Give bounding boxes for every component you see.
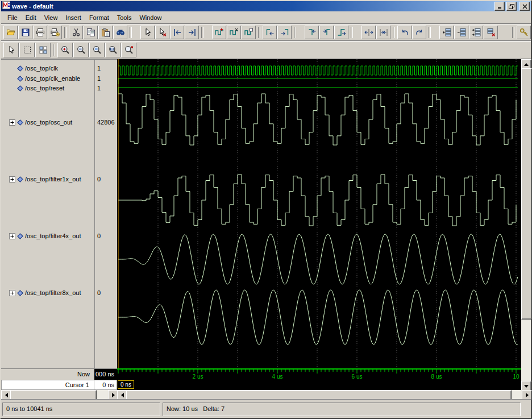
paste-button[interactable] — [98, 26, 113, 39]
pattern-button[interactable] — [35, 43, 51, 57]
undo-icon — [400, 28, 409, 37]
print-setup-button[interactable] — [48, 26, 62, 39]
menu-window[interactable]: Window — [135, 13, 165, 22]
zoom-in-button[interactable] — [57, 43, 73, 57]
names-hscrollbar[interactable] — [1, 390, 117, 399]
wave-filter8x_out — [118, 290, 518, 345]
signal-value-filter8x_out: 0 — [97, 288, 101, 297]
expand-time-icon — [364, 28, 373, 37]
signal-name: /osc_top/osc_out — [25, 119, 72, 126]
wave-clk_enable — [118, 78, 518, 84]
cut-button[interactable] — [69, 26, 83, 39]
waveform-area[interactable] — [117, 59, 521, 368]
pointer-button[interactable] — [3, 43, 19, 57]
wave-add-button[interactable] — [212, 26, 226, 39]
wave-osc_out — [118, 94, 516, 145]
redo-button[interactable] — [412, 26, 426, 39]
group-collapse-button[interactable] — [454, 26, 468, 39]
menu-format[interactable]: Format — [85, 13, 113, 22]
edge-prev-button[interactable] — [263, 26, 277, 39]
cursor-time-badge[interactable]: 0 ns — [118, 380, 134, 389]
edge-next-button[interactable] — [277, 26, 292, 39]
signal-value-osc_out: 42806 — [97, 118, 115, 127]
expand-icon[interactable] — [9, 176, 15, 182]
signal-value-clk_enable: 1 — [97, 74, 101, 83]
wave-reset — [118, 88, 518, 93]
timeline-label: 10 — [513, 374, 519, 380]
zoom-area-button[interactable] — [89, 43, 105, 57]
cursor-delete-button[interactable] — [155, 26, 169, 39]
toolbar-separator — [429, 27, 431, 38]
collapse-time-icon — [379, 28, 388, 37]
scroll-right-icon — [526, 393, 529, 397]
vscroll-thumb[interactable] — [521, 68, 532, 320]
print-setup-icon — [51, 28, 60, 37]
prev-transition-button[interactable] — [170, 26, 184, 39]
toolbar-separator — [130, 27, 132, 38]
collapse-time-button[interactable] — [376, 26, 390, 39]
signal-name: /osc_top/filter1x_out — [25, 176, 81, 182]
save-icon — [21, 28, 30, 37]
cursor-row-label[interactable]: Cursor 1 — [1, 380, 94, 390]
toolbar-main — [1, 24, 531, 41]
vertical-scrollbar[interactable] — [521, 59, 531, 390]
wave-cut-button[interactable] — [227, 26, 241, 39]
signal-row-filter4x_out[interactable]: /osc_top/filter4x_out — [2, 231, 81, 240]
zoom-full-button[interactable] — [105, 43, 120, 57]
timeline-canvas: 2 us4 us6 us8 us10 — [117, 368, 521, 380]
expand-time-button[interactable] — [361, 26, 376, 39]
marquee-button[interactable] — [19, 43, 35, 57]
signal-row-filter1x_out[interactable]: /osc_top/filter1x_out — [2, 175, 81, 184]
menu-file[interactable]: File — [3, 13, 22, 22]
cursor-select-button[interactable] — [140, 26, 155, 39]
expand-icon[interactable] — [9, 290, 15, 296]
menu-tools[interactable]: Tools — [113, 13, 136, 22]
wave-paste-button[interactable] — [242, 26, 256, 39]
now-row-value: 000 ns — [94, 368, 117, 380]
group-remove-icon — [487, 28, 496, 37]
title-bar[interactable]: wave - default — [1, 1, 531, 11]
find-icon — [116, 28, 125, 37]
minimize-button[interactable] — [494, 2, 505, 11]
timeline-ruler[interactable]: 2 us4 us6 us8 us10 — [117, 368, 521, 380]
cursor-track[interactable]: 0 ns — [117, 380, 521, 390]
toolbar-separator — [294, 27, 296, 38]
undo-button[interactable] — [397, 26, 412, 39]
signal-row-osc_out[interactable]: /osc_top/osc_out — [2, 118, 72, 127]
menu-view[interactable]: View — [40, 13, 62, 22]
close-button[interactable] — [519, 2, 530, 11]
edge-next-icon — [280, 28, 289, 37]
menu-edit[interactable]: Edit — [22, 13, 40, 22]
edit-key-button[interactable] — [517, 26, 531, 39]
restore-button[interactable] — [506, 2, 517, 11]
signal-diamond-icon — [17, 65, 23, 72]
expand-icon[interactable] — [9, 119, 15, 126]
signal-row-clk_enable[interactable]: /osc_top/clk_enable — [2, 74, 80, 83]
wave-filter4x_out — [118, 234, 518, 284]
signal-row-reset[interactable]: /osc_top/reset — [2, 84, 64, 93]
copy-icon — [86, 28, 95, 37]
signal-row-clk[interactable]: /osc_top/clk — [2, 64, 58, 73]
open-icon — [6, 28, 15, 37]
signal-value-reset: 1 — [97, 84, 101, 93]
next-transition-button[interactable] — [185, 26, 199, 39]
open-button[interactable] — [3, 26, 18, 39]
find-button[interactable] — [113, 26, 127, 39]
group-expand-button[interactable] — [439, 26, 454, 39]
zoom-cursor-button[interactable] — [121, 43, 136, 57]
fall-next-button[interactable] — [319, 26, 334, 39]
fall-prev-button[interactable] — [305, 26, 319, 39]
signal-diamond-icon — [17, 290, 23, 296]
group-remove-button[interactable] — [484, 26, 498, 39]
cut-icon — [72, 28, 81, 37]
zoom-out-button[interactable] — [73, 43, 89, 57]
expand-icon[interactable] — [9, 233, 15, 239]
copy-button[interactable] — [84, 26, 98, 39]
menu-insert[interactable]: Insert — [61, 13, 85, 22]
wave-hscrollbar[interactable] — [117, 390, 531, 399]
print-button[interactable] — [33, 26, 47, 39]
rise-next-button[interactable] — [334, 26, 348, 39]
save-button[interactable] — [18, 26, 32, 39]
signal-row-filter8x_out[interactable]: /osc_top/filter8x_out — [2, 288, 81, 297]
group-expand-all-button[interactable] — [469, 26, 483, 39]
